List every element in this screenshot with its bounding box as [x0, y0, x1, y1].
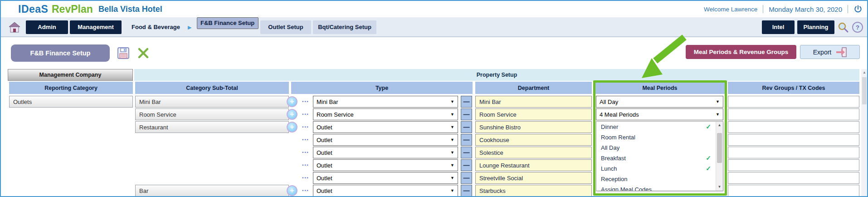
more-options-button[interactable]: ••• — [300, 172, 311, 184]
department-cell[interactable]: Starbucks — [475, 185, 592, 197]
home-icon[interactable] — [8, 21, 21, 34]
dropdown-item[interactable]: All Day — [596, 143, 723, 153]
welcome-text: Welcome Lawrence — [704, 6, 757, 13]
type-select[interactable]: Outlet ▼ — [313, 134, 458, 146]
help-icon[interactable]: ? — [852, 21, 863, 33]
remove-row-button[interactable]: — — [461, 108, 472, 120]
category-sub-total-cell[interactable]: Room Service — [135, 108, 289, 120]
type-select[interactable]: Outlet ▼ — [313, 147, 458, 158]
more-options-button[interactable]: ••• — [300, 159, 311, 171]
page-title-button[interactable]: F&B Finance Setup — [11, 44, 110, 62]
column-header-department: Department — [475, 82, 592, 94]
dropdown-scrollbar[interactable]: ▲ ▼ — [716, 122, 723, 191]
table-row: ••• Outlet ▼ — Streetville Social — [1, 172, 867, 184]
add-row-button[interactable]: + — [287, 122, 297, 133]
type-select-value: Outlet — [317, 175, 332, 182]
rev-groups-cell[interactable] — [728, 172, 859, 184]
add-row-button[interactable]: + — [287, 96, 297, 107]
more-options-button[interactable]: ••• — [300, 96, 311, 108]
remove-row-button[interactable]: — — [461, 134, 472, 146]
meal-periods-select[interactable]: All Day ▼ — [596, 96, 723, 108]
rev-groups-cell[interactable] — [728, 134, 859, 146]
rev-groups-cell[interactable] — [728, 147, 859, 158]
rev-groups-cell[interactable] — [728, 96, 859, 108]
rev-groups-cell[interactable] — [728, 121, 859, 133]
dropdown-item[interactable]: Lunch ✓ — [596, 163, 723, 174]
tab-bqt-catering-setup[interactable]: Bqt/Catering Setup — [313, 20, 376, 34]
type-select[interactable]: Mini Bar ▼ — [313, 96, 458, 108]
top-right-cluster: Welcome Lawrence Monday March 30, 2020 — [704, 1, 863, 17]
rev-groups-cell[interactable] — [728, 185, 859, 197]
breadcrumb[interactable]: Food & Beverage — [132, 20, 180, 34]
scroll-down-icon[interactable]: ▼ — [716, 183, 723, 191]
type-select-value: Outlet — [317, 187, 332, 194]
check-icon: ✓ — [706, 153, 711, 163]
table-row: ••• Outlet ▼ — Cookhouse — [1, 134, 867, 146]
remove-row-button[interactable]: — — [461, 121, 472, 133]
meal-periods-revenue-groups-button[interactable]: Meal Periods & Revenue Groups — [686, 45, 796, 59]
search-icon[interactable] — [837, 21, 849, 33]
dropdown-item-clipped[interactable]: Assign Meal Codes — [596, 184, 723, 191]
more-options-button[interactable]: ••• — [300, 121, 311, 133]
dropdown-item[interactable]: Dinner ✓ — [596, 122, 723, 132]
category-sub-total-cell[interactable]: Bar — [135, 185, 289, 197]
department-cell[interactable]: Sunshine Bistro — [475, 121, 592, 133]
tab-management[interactable]: Management — [70, 20, 122, 34]
table-row: ••• Outlet ▼ — Lounge Restaurant — [1, 159, 867, 171]
logout-power-icon[interactable] — [853, 5, 863, 14]
remove-row-button[interactable]: — — [461, 172, 472, 184]
chevron-down-icon: ▼ — [450, 99, 454, 104]
type-select[interactable]: Outlet ▼ — [313, 121, 458, 133]
column-header-category-sub-total: Category Sub-Total — [135, 82, 289, 94]
department-cell[interactable]: Mini Bar — [475, 96, 592, 108]
dropdown-item[interactable]: Reception — [596, 174, 723, 184]
cancel-x-icon[interactable] — [137, 47, 150, 59]
remove-row-button[interactable]: — — [461, 185, 472, 197]
table-scrollbar[interactable]: ▲ — [861, 69, 868, 197]
dropdown-item[interactable]: Breakfast ✓ — [596, 153, 723, 163]
chevron-down-icon: ▼ — [450, 188, 454, 193]
rev-groups-cell[interactable] — [728, 108, 859, 120]
scrollbar-thumb[interactable] — [717, 133, 722, 163]
scrollbar-thumb[interactable] — [862, 77, 867, 104]
department-cell[interactable]: Streetville Social — [475, 172, 592, 184]
table-row: ••• Outlet ▼ — Solestice — [1, 147, 867, 158]
more-options-button[interactable]: ••• — [300, 108, 311, 120]
more-options-button[interactable]: ••• — [300, 185, 311, 197]
department-cell[interactable]: Cookhouse — [475, 134, 592, 146]
department-cell[interactable]: Lounge Restaurant — [475, 159, 592, 171]
department-cell[interactable]: Room Service — [475, 108, 592, 120]
reporting-category-cell[interactable]: Outlets — [9, 96, 133, 108]
more-options-button[interactable]: ••• — [300, 134, 311, 146]
tab-admin[interactable]: Admin — [26, 20, 68, 34]
tab-fb-finance-setup[interactable]: F&B Finance Setup — [197, 17, 258, 29]
dropdown-item[interactable]: Room Rental — [596, 132, 723, 143]
save-icon[interactable] — [117, 47, 130, 59]
tab-outlet-setup[interactable]: Outlet Setup — [260, 20, 311, 34]
remove-row-button[interactable]: — — [461, 147, 472, 158]
type-select[interactable]: Outlet ▼ — [313, 185, 458, 197]
chevron-down-icon: ▼ — [450, 163, 454, 167]
hotel-name: Bella Vista Hotel — [98, 5, 162, 14]
export-button[interactable]: Export — [800, 45, 860, 59]
add-row-button[interactable]: + — [287, 185, 297, 196]
more-options-button[interactable]: ••• — [300, 147, 311, 158]
tab-planning[interactable]: Planning — [797, 20, 834, 34]
scroll-up-icon[interactable]: ▲ — [716, 122, 723, 129]
category-sub-total-cell[interactable]: Restaurant — [135, 121, 289, 133]
type-select[interactable]: Outlet ▼ — [313, 172, 458, 184]
group-header-management-company: Management Company — [8, 69, 133, 81]
category-sub-total-cell[interactable]: Mini Bar — [135, 96, 289, 108]
add-row-button[interactable]: + — [287, 109, 297, 120]
meal-periods-select-open[interactable]: 4 Meal Periods ▼ — [596, 108, 723, 120]
tab-intel[interactable]: Intel — [762, 20, 795, 34]
chevron-down-icon: ▼ — [450, 125, 454, 129]
remove-row-button[interactable]: — — [461, 159, 472, 171]
type-select[interactable]: Room Service ▼ — [313, 108, 458, 120]
revplan-window: IDeaS RevPlan Bella Vista Hotel Welcome … — [0, 0, 868, 197]
department-cell[interactable]: Solestice — [475, 147, 592, 158]
type-select[interactable]: Outlet ▼ — [313, 159, 458, 171]
remove-row-button[interactable]: — — [461, 96, 472, 108]
scroll-up-icon[interactable]: ▲ — [861, 69, 868, 76]
rev-groups-cell[interactable] — [728, 159, 859, 171]
